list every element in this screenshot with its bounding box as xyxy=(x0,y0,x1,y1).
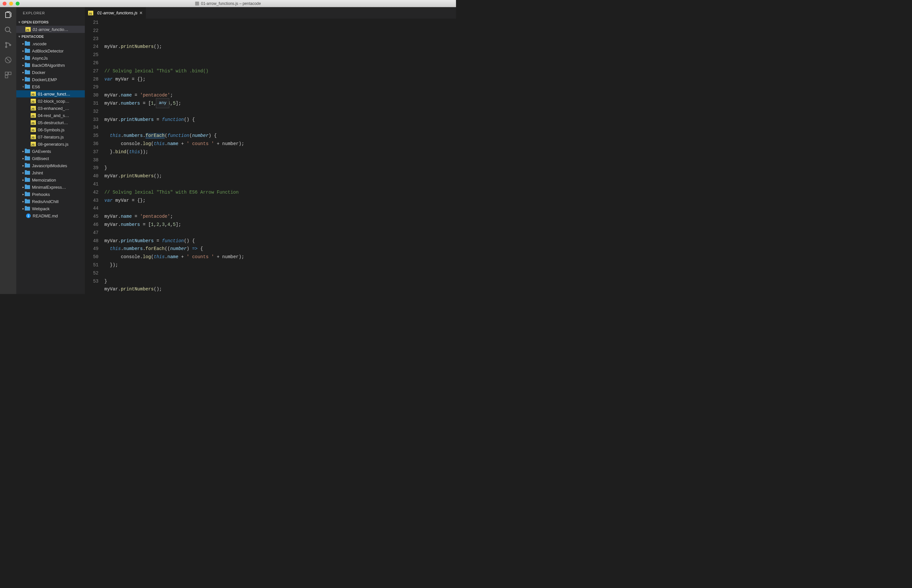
folder-icon xyxy=(25,63,30,67)
chevron-down-icon: ▿ xyxy=(18,35,21,38)
folder-icon xyxy=(25,56,30,60)
svg-line-1 xyxy=(9,31,11,33)
folder-item[interactable]: ▸DockerLEMP xyxy=(16,76,85,83)
folder-icon xyxy=(25,199,30,204)
svg-line-6 xyxy=(6,58,10,62)
folder-item[interactable]: ▸RedisAndChill xyxy=(16,198,85,205)
open-editor-item[interactable]: JS 01-arrow_functio… xyxy=(16,26,85,33)
code-content[interactable]: any myVar.printNumbers(); // Solving lex… xyxy=(104,19,456,294)
file-item[interactable]: JS06-Symbols.js xyxy=(16,126,85,133)
sidebar: EXPLORER ▿ OPEN EDITORS JS 01-arrow_func… xyxy=(16,7,85,294)
folder-icon xyxy=(25,185,30,189)
titlebar: 01-arrow_functions.js – pentacode xyxy=(0,0,456,7)
code-editor[interactable]: 2122232425262728293031323334353637383940… xyxy=(85,19,456,294)
chevron-icon: ▸ xyxy=(21,49,25,52)
js-file-icon: JS xyxy=(31,135,36,139)
folder-item[interactable]: ▸Jshint xyxy=(16,169,85,176)
folder-icon xyxy=(25,207,30,210)
js-file-icon: JS xyxy=(31,99,36,103)
js-file-icon: JS xyxy=(31,120,36,125)
folder-icon xyxy=(25,178,30,182)
file-icon xyxy=(195,2,199,6)
folder-item[interactable]: ▸MinimalExpress… xyxy=(16,184,85,191)
folder-item[interactable]: ▸Prehooks xyxy=(16,191,85,198)
folder-item[interactable]: ▸BackOffAlgorithm xyxy=(16,61,85,69)
folder-icon xyxy=(25,164,30,168)
chevron-icon: ▸ xyxy=(21,193,25,196)
folder-item[interactable]: ▸GAEvents xyxy=(16,148,85,155)
file-item[interactable]: JS02-block_scop… xyxy=(16,97,85,105)
chevron-icon: ▿ xyxy=(21,85,25,88)
folder-item[interactable]: ▸AsyncJs xyxy=(16,55,85,61)
chevron-icon: ▸ xyxy=(21,42,25,45)
chevron-icon: ▸ xyxy=(21,57,25,60)
file-item[interactable]: JS07-Iterators.js xyxy=(16,133,85,141)
folder-icon xyxy=(25,42,30,46)
chevron-icon: ▸ xyxy=(21,164,25,167)
folder-icon xyxy=(25,149,30,153)
window-title: 01-arrow_functions.js – pentacode xyxy=(195,1,261,6)
folder-icon xyxy=(25,49,30,53)
open-editors-header[interactable]: ▿ OPEN EDITORS xyxy=(16,19,85,26)
info-icon: i xyxy=(26,213,31,218)
svg-point-0 xyxy=(5,27,10,32)
line-gutter: 2122232425262728293031323334353637383940… xyxy=(85,19,104,294)
folder-icon xyxy=(25,70,30,74)
activity-bar xyxy=(0,7,16,294)
folder-icon xyxy=(25,192,30,196)
tab-active[interactable]: JS 01-arrow_functions.js × xyxy=(85,7,146,19)
folder-item[interactable]: ▸JavascriptModules xyxy=(16,162,85,169)
chevron-icon: ▸ xyxy=(21,150,25,153)
search-icon[interactable] xyxy=(3,26,13,34)
folder-item[interactable]: ▸Memoization xyxy=(16,176,85,184)
chevron-icon: ▸ xyxy=(21,200,25,203)
file-item[interactable]: JS04-rest_and_s… xyxy=(16,112,85,119)
close-window-button[interactable] xyxy=(3,2,6,6)
chevron-icon: ▸ xyxy=(21,207,25,210)
explorer-icon[interactable] xyxy=(3,10,13,19)
js-file-icon: JS xyxy=(31,106,36,110)
folder-item[interactable]: ▸GitBisect xyxy=(16,155,85,162)
file-item[interactable]: iREADME.md xyxy=(16,212,85,220)
file-item[interactable]: JS08-generators.js xyxy=(16,141,85,148)
chevron-icon: ▸ xyxy=(21,171,25,174)
debug-icon[interactable] xyxy=(3,55,13,65)
svg-rect-7 xyxy=(5,72,8,74)
folder-icon xyxy=(25,78,30,81)
file-item[interactable]: JS03-enhanced_… xyxy=(16,105,85,112)
tab-bar: JS 01-arrow_functions.js × xyxy=(85,7,456,19)
project-header[interactable]: ▿ PENTACODE xyxy=(16,33,85,40)
folder-icon xyxy=(25,157,30,160)
maximize-window-button[interactable] xyxy=(16,2,19,6)
chevron-icon: ▸ xyxy=(21,157,25,160)
folder-icon xyxy=(25,85,30,89)
close-tab-icon[interactable]: × xyxy=(139,10,143,16)
source-control-icon[interactable] xyxy=(3,40,13,50)
folder-item[interactable]: ▸Docker xyxy=(16,69,85,76)
minimize-window-button[interactable] xyxy=(9,2,13,6)
js-file-icon: JS xyxy=(31,142,36,146)
svg-rect-8 xyxy=(8,72,11,74)
folder-item[interactable]: ▸AdBlockDetector xyxy=(16,47,85,55)
folder-item[interactable]: ▿ES6 xyxy=(16,83,85,90)
file-item[interactable]: JS05-destructuri… xyxy=(16,119,85,126)
folder-item[interactable]: ▸.vscode xyxy=(16,40,85,47)
chevron-icon: ▸ xyxy=(21,63,25,67)
file-item[interactable]: JS01-arrow_funct… xyxy=(16,90,85,97)
editor-area: JS 01-arrow_functions.js × 2122232425262… xyxy=(85,7,456,294)
js-file-icon: JS xyxy=(26,27,31,32)
js-file-icon: JS xyxy=(31,113,36,118)
svg-point-2 xyxy=(6,42,7,44)
chevron-icon: ▸ xyxy=(21,186,25,189)
chevron-icon: ▸ xyxy=(21,78,25,81)
folder-icon xyxy=(25,171,30,175)
svg-point-4 xyxy=(10,44,11,46)
js-file-icon: JS xyxy=(88,11,93,15)
hover-tooltip: any xyxy=(156,98,169,108)
folder-item[interactable]: ▸Webpack xyxy=(16,205,85,212)
chevron-icon: ▸ xyxy=(21,71,25,74)
extensions-icon[interactable] xyxy=(3,70,13,79)
svg-point-3 xyxy=(6,46,7,48)
chevron-down-icon: ▿ xyxy=(18,21,21,24)
svg-rect-9 xyxy=(5,75,8,78)
